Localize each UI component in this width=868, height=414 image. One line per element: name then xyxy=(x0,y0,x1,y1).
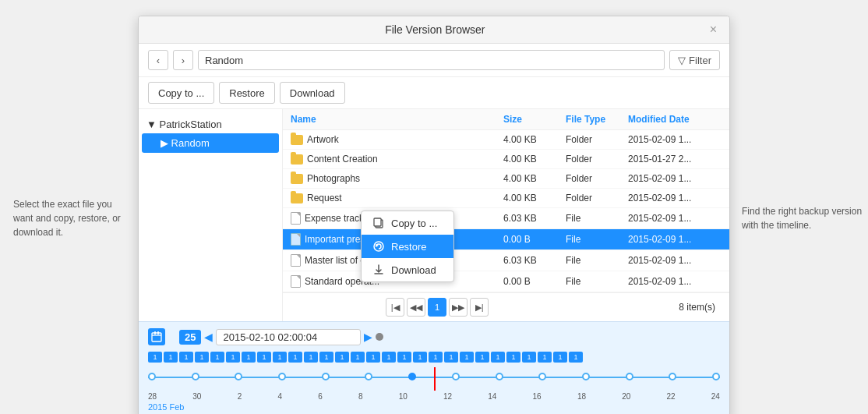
page-next-button[interactable]: ▶▶ xyxy=(449,298,468,317)
timeline-circle[interactable] xyxy=(192,373,199,380)
context-menu-copy-to[interactable]: Copy to ... xyxy=(362,211,453,235)
timeline-bar[interactable]: 1 xyxy=(179,352,193,363)
folder-icon xyxy=(291,193,303,203)
folder-icon xyxy=(291,154,303,165)
timeline-circle[interactable] xyxy=(582,373,590,380)
timeline-circle[interactable] xyxy=(538,373,546,380)
path-input[interactable] xyxy=(198,50,665,70)
timeline-label: 30 xyxy=(192,392,201,401)
timeline-bar[interactable]: 1 xyxy=(366,352,380,363)
table-row[interactable]: Request 4.00 KB Folder 2015-02-09 1... xyxy=(283,189,729,208)
timeline-circle[interactable] xyxy=(148,373,156,380)
context-menu-restore[interactable]: Restore xyxy=(362,235,453,258)
timeline-bar[interactable]: 1 xyxy=(429,352,443,363)
col-modified: Modified Date xyxy=(628,114,722,125)
context-menu-download[interactable]: Download xyxy=(362,258,453,281)
timeline-circle[interactable] xyxy=(322,373,330,380)
timeline-circle[interactable] xyxy=(669,373,676,380)
timeline-line-area xyxy=(148,367,720,391)
table-row[interactable]: Artwork 4.00 KB Folder 2015-02-09 1... xyxy=(283,130,729,150)
timeline-bar[interactable]: 1 xyxy=(413,352,427,363)
timeline-bar[interactable]: 1 xyxy=(444,352,458,363)
timeline-bar[interactable]: 1 xyxy=(210,352,224,363)
copy-to-button[interactable]: Copy to ... xyxy=(148,82,214,104)
table-row[interactable]: Standard operat... 0.00 B File 2015-02-0… xyxy=(283,271,729,292)
timeline-bar[interactable]: 1 xyxy=(382,352,396,363)
sidebar-item-random[interactable]: ▶ Random xyxy=(142,133,279,153)
folder-icon xyxy=(291,135,303,145)
timeline-label: 2 xyxy=(238,392,242,401)
timeline-bar[interactable]: 1 xyxy=(257,352,271,363)
timeline-bar[interactable]: 1 xyxy=(148,352,162,363)
timeline-circles xyxy=(148,373,720,380)
timeline-bar[interactable]: 1 xyxy=(397,352,411,363)
timeline-date-input[interactable] xyxy=(216,329,361,345)
timeline-bar[interactable]: 1 xyxy=(538,352,552,363)
timeline-circle[interactable] xyxy=(452,373,460,380)
pagination-row: |◀ ◀◀ 1 ▶▶ ▶| 8 item(s) xyxy=(283,292,729,321)
timeline-circle[interactable] xyxy=(365,373,372,380)
timeline-circle[interactable] xyxy=(235,373,242,380)
timeline-bar[interactable]: 1 xyxy=(351,352,365,363)
dialog-title-bar: File Version Browser × xyxy=(139,16,729,44)
close-button[interactable]: × xyxy=(707,23,720,37)
timeline-bar[interactable]: 1 xyxy=(491,352,505,363)
file-icon xyxy=(291,254,301,267)
timeline-bar[interactable]: 1 xyxy=(288,352,302,363)
restore-icon xyxy=(372,240,385,253)
timeline-bar[interactable]: 1 xyxy=(319,352,333,363)
timeline-label: 12 xyxy=(443,392,452,401)
timeline-label: 10 xyxy=(399,392,408,401)
table-row[interactable]: Content Creation 4.00 KB Folder 2015-01-… xyxy=(283,150,729,169)
timeline-labels: 283024681012141618202224 xyxy=(148,392,720,401)
timeline-circle[interactable] xyxy=(626,373,633,380)
back-button[interactable]: ‹ xyxy=(148,50,168,70)
timeline-circle[interactable] xyxy=(278,373,286,380)
month-label: 2015 Feb xyxy=(148,402,720,412)
timeline-bar[interactable]: 1 xyxy=(506,352,520,363)
timeline-bar[interactable]: 1 xyxy=(304,352,318,363)
page-first-button[interactable]: |◀ xyxy=(386,298,404,317)
table-row[interactable]: Important presentation.pptx 0.00 B File … xyxy=(283,229,729,250)
timeline-bar[interactable]: 1 xyxy=(475,352,489,363)
timeline-circle[interactable] xyxy=(712,373,720,380)
col-size: Size xyxy=(503,114,566,125)
timeline-label: 28 xyxy=(148,392,157,401)
table-row[interactable]: Master list of co... 6.03 KB File 2015-0… xyxy=(283,250,729,271)
page-last-button[interactable]: ▶| xyxy=(470,298,489,317)
sidebar: ▼ PatrickStation ▶ Random xyxy=(139,109,283,321)
table-row[interactable]: Expense tracker.xlsx 6.03 KB File 2015-0… xyxy=(283,208,729,229)
sidebar-station[interactable]: ▼ PatrickStation xyxy=(139,115,282,133)
folder-icon xyxy=(291,174,303,184)
svg-rect-5 xyxy=(154,331,156,334)
timeline-bar[interactable]: 1 xyxy=(460,352,474,363)
download-button[interactable]: Download xyxy=(280,82,345,104)
timeline-bar[interactable]: 1 xyxy=(553,352,567,363)
table-row[interactable]: Photographs 4.00 KB Folder 2015-02-09 1.… xyxy=(283,169,729,189)
timeline-bar[interactable]: 1 xyxy=(569,352,583,363)
timeline-bar[interactable]: 1 xyxy=(522,352,536,363)
filter-button[interactable]: ▽ Filter xyxy=(669,50,720,70)
forward-button[interactable]: › xyxy=(173,50,193,70)
timeline-header: 25 ◀ ▶ xyxy=(148,328,720,345)
timeline-bar[interactable]: 1 xyxy=(242,352,256,363)
timeline-circle[interactable] xyxy=(496,373,503,380)
file-icon xyxy=(291,275,301,288)
timeline-left-arrow[interactable]: ◀ xyxy=(204,331,213,343)
restore-button[interactable]: Restore xyxy=(219,82,275,104)
timeline-label: 16 xyxy=(533,392,542,401)
timeline-right-arrow[interactable]: ▶ xyxy=(364,331,372,343)
timeline-label: 20 xyxy=(622,392,630,401)
timeline-bar[interactable]: 1 xyxy=(273,352,287,363)
timeline-bar[interactable]: 1 xyxy=(226,352,240,363)
calendar-icon xyxy=(148,328,165,345)
timeline-bar[interactable]: 1 xyxy=(195,352,209,363)
page-prev-button[interactable]: ◀◀ xyxy=(407,298,425,317)
svg-rect-6 xyxy=(157,331,159,334)
timeline-circle[interactable] xyxy=(408,373,416,380)
svg-point-2 xyxy=(374,242,383,251)
timeline-bar[interactable]: 1 xyxy=(164,352,178,363)
timeline-bar[interactable]: 1 xyxy=(335,352,349,363)
page-1-button[interactable]: 1 xyxy=(428,298,446,317)
timeline-label: 8 xyxy=(358,392,363,401)
